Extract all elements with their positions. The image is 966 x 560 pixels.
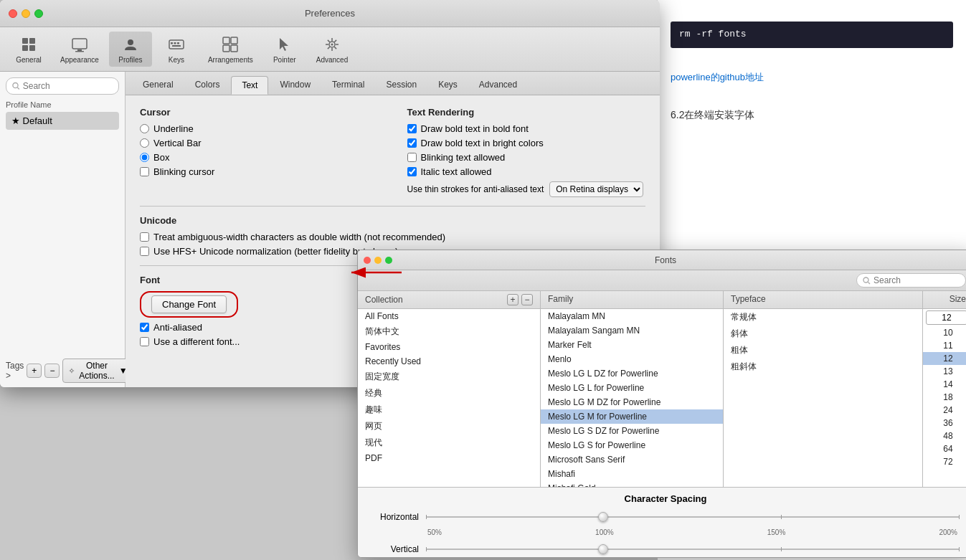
toolbar-pointer[interactable]: Pointer [263, 32, 306, 67]
fonts-search-box[interactable] [856, 273, 966, 288]
list-item[interactable]: 粗体 [724, 342, 922, 359]
underline-radio[interactable] [140, 124, 149, 133]
list-item[interactable]: Menlo [541, 352, 723, 366]
list-item[interactable]: 网页 [358, 418, 540, 435]
tab-window[interactable]: Window [270, 76, 321, 95]
tags-label[interactable]: Tags > [6, 361, 24, 381]
toolbar-appearance[interactable]: Appearance [53, 32, 106, 67]
vertical-slider[interactable] [426, 542, 959, 556]
svg-rect-12 [172, 45, 181, 47]
size-item-selected[interactable]: 12 [923, 352, 966, 365]
box-radio[interactable] [140, 153, 149, 162]
size-item[interactable]: 72 [923, 455, 966, 468]
tab-text[interactable]: Text [231, 76, 268, 95]
list-item[interactable]: Meslo LG L DZ for Powerline [541, 366, 723, 381]
list-item[interactable]: Malayalam MN [541, 309, 723, 323]
change-font-button[interactable]: Change Font [151, 295, 227, 313]
horizontal-slider-handle[interactable] [598, 512, 608, 522]
different-font-checkbox[interactable] [140, 337, 149, 346]
add-profile-button[interactable]: + [27, 364, 42, 378]
list-item[interactable]: Mishafi [541, 467, 723, 481]
ambiguous-checkbox[interactable] [140, 232, 149, 242]
italic-text-checkbox[interactable] [407, 167, 417, 176]
list-item[interactable]: Malayalam Sangam MN [541, 323, 723, 338]
list-item[interactable]: 斜体 [724, 326, 922, 342]
tab-colors[interactable]: Colors [185, 76, 230, 95]
tab-advanced[interactable]: Advanced [469, 76, 527, 95]
toolbar-general[interactable]: General [7, 32, 50, 67]
size-item[interactable]: 24 [923, 404, 966, 417]
sidebar-search-box[interactable] [6, 77, 119, 95]
list-item[interactable]: Meslo LG S DZ for Powerline [541, 424, 723, 438]
tab-keys[interactable]: Keys [428, 76, 468, 95]
size-item[interactable]: 48 [923, 430, 966, 442]
tab-terminal[interactable]: Terminal [322, 76, 374, 95]
size-item[interactable]: 64 [923, 442, 966, 455]
add-collection-button[interactable]: + [507, 294, 518, 305]
other-actions-button[interactable]: Other Actions... ▼ [62, 359, 133, 383]
list-item[interactable]: Microsoft Sans Serif [541, 452, 723, 467]
collection-list[interactable]: All Fonts 简体中文 Favorites Recently Used 固… [358, 309, 541, 487]
list-item[interactable]: PDF [358, 451, 540, 465]
size-item[interactable]: 10 [923, 326, 966, 339]
list-item[interactable]: Recently Used [358, 354, 540, 369]
typeface-list[interactable]: 常规体 斜体 粗体 粗斜体 [724, 309, 923, 487]
list-item[interactable]: Marker Felt [541, 338, 723, 352]
hfs-checkbox[interactable] [140, 247, 149, 256]
anti-alias-select[interactable]: On Retina displays Always Never [549, 181, 643, 197]
toolbar-keys[interactable]: Keys [155, 32, 198, 67]
size-item[interactable]: 18 [923, 391, 966, 404]
italic-text-option: Italic text allowed [407, 166, 646, 177]
close-button[interactable] [9, 9, 17, 18]
size-item[interactable]: 36 [923, 417, 966, 430]
family-list[interactable]: Malayalam MN Malayalam Sangam MN Marker … [541, 309, 724, 487]
profile-default[interactable]: ★ Default [6, 112, 119, 130]
fonts-close-button[interactable] [364, 257, 371, 264]
size-item[interactable]: 13 [923, 365, 966, 378]
vertical-slider-handle[interactable] [598, 544, 608, 554]
fonts-search-icon [863, 277, 871, 285]
list-item[interactable]: Favorites [358, 340, 540, 354]
vertical-spacing-row: Vertical [372, 542, 959, 556]
blog-link[interactable]: powerline的github地址 [671, 72, 764, 82]
toolbar-profiles[interactable]: Profiles [109, 32, 152, 67]
list-item[interactable]: Meslo LG L for Powerline [541, 381, 723, 395]
size-item[interactable]: 11 [923, 339, 966, 352]
list-item[interactable]: 固定宽度 [358, 369, 540, 385]
fonts-minimize-button[interactable] [374, 257, 382, 264]
fonts-search-input[interactable] [873, 275, 960, 285]
italic-text-label: Italic text allowed [421, 166, 492, 177]
list-item[interactable]: 趣味 [358, 402, 540, 418]
list-item[interactable]: 常规体 [724, 309, 922, 326]
blinking-cursor-checkbox[interactable] [140, 167, 149, 176]
list-item[interactable]: All Fonts [358, 309, 540, 323]
list-item[interactable]: 粗斜体 [724, 359, 922, 375]
sidebar-search-input[interactable] [23, 81, 113, 91]
fonts-maximize-button[interactable] [385, 257, 392, 264]
pointer-icon [275, 34, 295, 54]
remove-profile-button[interactable]: − [44, 364, 60, 378]
tab-general[interactable]: General [133, 76, 184, 95]
blinking-text-checkbox[interactable] [407, 153, 417, 162]
list-item[interactable]: 经典 [358, 385, 540, 402]
minimize-button[interactable] [22, 9, 30, 18]
size-input[interactable]: 12 [926, 310, 966, 325]
remove-collection-button[interactable]: − [521, 294, 533, 305]
vertical-bar-radio[interactable] [140, 138, 149, 148]
horizontal-slider[interactable] [426, 510, 959, 524]
size-item[interactable]: 14 [923, 378, 966, 391]
list-item[interactable]: 简体中文 [358, 323, 540, 340]
bold-bright-checkbox[interactable] [407, 138, 417, 148]
list-item[interactable]: Mishafi Gold [541, 481, 723, 487]
toolbar-arrangements[interactable]: Arrangements [201, 32, 260, 67]
bold-bold-checkbox[interactable] [407, 124, 417, 133]
size-list[interactable]: 12 10 11 12 13 14 18 24 36 48 64 72 [923, 309, 966, 487]
anti-aliased-checkbox[interactable] [140, 323, 149, 332]
list-item[interactable]: Meslo LG M DZ for Powerline [541, 395, 723, 409]
list-item[interactable]: 现代 [358, 435, 540, 451]
toolbar-advanced[interactable]: Advanced [309, 32, 355, 67]
tab-session[interactable]: Session [376, 76, 427, 95]
list-item[interactable]: Meslo LG S for Powerline [541, 438, 723, 452]
list-item-selected[interactable]: Meslo LG M for Powerline [541, 409, 723, 424]
maximize-button[interactable] [34, 9, 43, 18]
